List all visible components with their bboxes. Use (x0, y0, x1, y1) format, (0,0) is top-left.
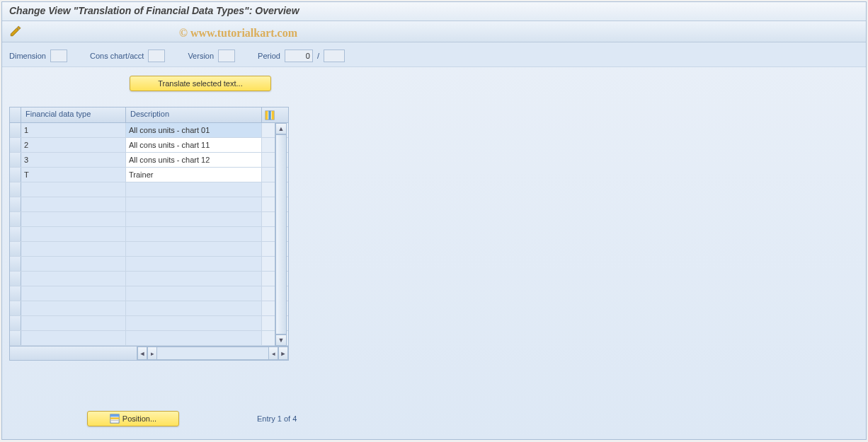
cell-type[interactable] (21, 257, 126, 271)
cell-description[interactable] (126, 227, 262, 241)
table-row-empty[interactable] (10, 257, 288, 272)
scroll-down-button[interactable]: ▼ (275, 335, 287, 346)
hscroll-track[interactable] (157, 347, 268, 360)
cell-type[interactable]: 3 (21, 153, 126, 167)
period-input-1[interactable] (285, 50, 313, 62)
row-selector[interactable] (10, 212, 21, 226)
cell-description[interactable] (126, 242, 262, 256)
row-selector[interactable] (10, 286, 21, 301)
svg-rect-6 (110, 417, 119, 419)
row-selector[interactable] (10, 227, 21, 241)
period-input-2[interactable] (324, 50, 345, 62)
row-selector[interactable] (10, 242, 21, 256)
table-settings-icon (265, 110, 275, 120)
table-row-empty[interactable] (10, 286, 288, 301)
cell-description[interactable] (126, 286, 262, 301)
position-button[interactable]: Position... (87, 411, 179, 426)
cons-chart-label: Cons chart/acct (90, 52, 144, 60)
table-row[interactable]: 1All cons units - chart 01 (10, 123, 288, 138)
translate-button[interactable]: Translate selected text... (130, 76, 271, 91)
cell-type[interactable] (21, 316, 126, 330)
cell-type[interactable] (21, 301, 126, 315)
position-button-label: Position... (122, 414, 156, 423)
row-selector[interactable] (10, 301, 21, 315)
row-selector[interactable] (10, 331, 21, 345)
cell-description[interactable]: All cons units - chart 11 (126, 138, 262, 152)
footer: Position... Entry 1 of 4 (87, 411, 297, 426)
column-header-type[interactable]: Financial data type (21, 107, 126, 122)
row-selector[interactable] (10, 316, 21, 330)
row-selector[interactable] (10, 182, 21, 197)
table-row-empty[interactable] (10, 316, 288, 331)
hscroll-spacer (10, 347, 137, 360)
scroll-right-button[interactable]: ► (278, 347, 288, 360)
table-config-button[interactable] (262, 107, 278, 122)
cell-type[interactable] (21, 331, 126, 345)
row-selector[interactable] (10, 153, 21, 167)
main-window: Change View "Translation of Financial Da… (1, 1, 867, 440)
row-selector[interactable] (10, 138, 21, 152)
column-header-description[interactable]: Description (126, 107, 262, 122)
cell-type[interactable]: 2 (21, 138, 126, 152)
table-row-empty[interactable] (10, 212, 288, 227)
table-row[interactable]: 3All cons units - chart 12 (10, 153, 288, 168)
scroll-thumb[interactable] (275, 134, 287, 335)
cons-chart-input[interactable] (148, 50, 165, 62)
table-row-empty[interactable] (10, 272, 288, 286)
table-row-empty[interactable] (10, 182, 288, 197)
cell-type[interactable] (21, 242, 126, 256)
table-row-empty[interactable] (10, 301, 288, 316)
scroll-right-page-button[interactable]: ◂ (268, 347, 278, 360)
row-selector[interactable] (10, 197, 21, 211)
cell-description[interactable] (126, 272, 262, 286)
scroll-track[interactable] (275, 134, 287, 335)
row-selector[interactable] (10, 123, 21, 137)
select-all-column[interactable] (10, 107, 21, 122)
cell-description[interactable]: All cons units - chart 01 (126, 123, 262, 137)
toolbar (2, 21, 866, 42)
edit-icon[interactable] (9, 25, 22, 39)
row-selector[interactable] (10, 272, 21, 286)
entry-counter: Entry 1 of 4 (257, 414, 297, 423)
cell-type[interactable] (21, 212, 126, 226)
svg-rect-2 (268, 110, 271, 119)
table-row-empty[interactable] (10, 242, 288, 257)
scroll-left-page-button[interactable]: ▸ (147, 347, 157, 360)
vertical-scrollbar[interactable]: ▲ ▼ (275, 123, 287, 346)
cell-description[interactable] (126, 182, 262, 197)
cell-type[interactable] (21, 197, 126, 211)
table-row-empty[interactable] (10, 227, 288, 242)
svg-rect-5 (110, 414, 119, 417)
cell-type[interactable]: T (21, 168, 126, 182)
table-row[interactable]: 2All cons units - chart 11 (10, 138, 288, 153)
cell-description[interactable]: All cons units - chart 12 (126, 153, 262, 167)
table-body: 1All cons units - chart 012All cons unit… (10, 123, 288, 346)
cell-type[interactable] (21, 286, 126, 301)
table-row-empty[interactable] (10, 331, 288, 346)
table-row-empty[interactable] (10, 197, 288, 212)
scroll-left-button[interactable]: ◄ (137, 347, 147, 360)
scroll-up-button[interactable]: ▲ (275, 123, 287, 134)
cell-description[interactable] (126, 301, 262, 315)
dimension-input[interactable] (50, 50, 67, 62)
row-selector[interactable] (10, 168, 21, 182)
cell-description[interactable] (126, 257, 262, 271)
row-selector[interactable] (10, 257, 21, 271)
cell-description[interactable] (126, 212, 262, 226)
version-input[interactable] (218, 50, 235, 62)
data-table: Financial data type Description 1All con… (9, 107, 289, 361)
filter-row: Dimension Cons chart/acct Version Period… (2, 42, 866, 67)
cell-description[interactable] (126, 331, 262, 345)
cell-type[interactable] (21, 272, 126, 286)
cell-description[interactable]: Trainer (126, 168, 262, 182)
table-header: Financial data type Description (10, 107, 288, 123)
cell-type[interactable] (21, 227, 126, 241)
table-row[interactable]: TTrainer (10, 168, 288, 182)
svg-rect-1 (265, 110, 268, 119)
cell-type[interactable]: 1 (21, 123, 126, 137)
period-separator: / (317, 52, 319, 60)
cell-description[interactable] (126, 316, 262, 330)
cell-type[interactable] (21, 182, 126, 197)
cell-description[interactable] (126, 197, 262, 211)
period-label: Period (258, 52, 280, 60)
